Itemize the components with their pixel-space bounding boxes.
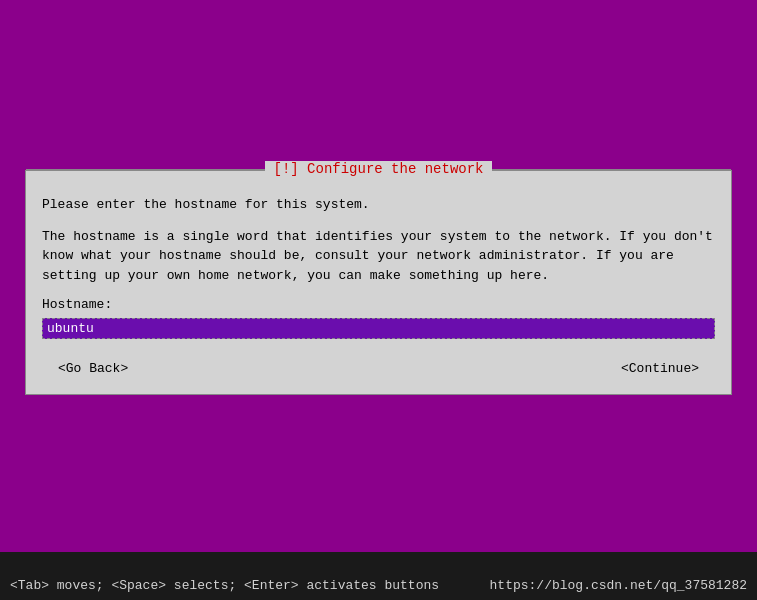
dialog-buttons: <Go Back> <Continue>	[42, 359, 715, 378]
hostname-input-wrapper	[42, 318, 715, 339]
go-back-button[interactable]: <Go Back>	[50, 359, 136, 378]
url-text: https://blog.csdn.net/qq_37581282	[490, 578, 747, 593]
desktop: [!] Configure the network Please enter t…	[0, 0, 757, 600]
title-line-left	[26, 169, 265, 170]
title-line-right	[492, 169, 731, 170]
dark-band	[0, 552, 757, 570]
shortcuts-text: <Tab> moves; <Space> selects; <Enter> ac…	[10, 578, 439, 593]
configure-network-dialog: [!] Configure the network Please enter t…	[25, 170, 732, 395]
intro-text: Please enter the hostname for this syste…	[42, 195, 715, 215]
status-bar: <Tab> moves; <Space> selects; <Enter> ac…	[0, 570, 757, 600]
description-text: The hostname is a single word that ident…	[42, 227, 715, 286]
hostname-label: Hostname:	[42, 297, 715, 312]
dialog-title: [!] Configure the network	[265, 161, 491, 177]
hostname-input[interactable]	[42, 318, 715, 339]
continue-button[interactable]: <Continue>	[613, 359, 707, 378]
dialog-body: Please enter the hostname for this syste…	[26, 187, 731, 394]
dialog-title-bar: [!] Configure the network	[26, 161, 731, 177]
